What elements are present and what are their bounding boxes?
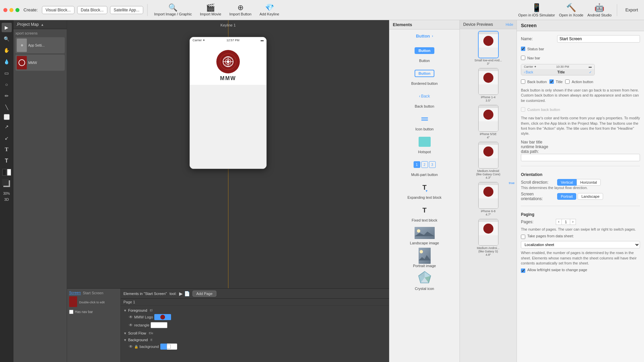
name-input[interactable]: [557, 35, 640, 43]
eye-icon-rect[interactable]: 👁: [129, 323, 133, 327]
scroll-desc: This determines the layout flow directio…: [521, 186, 640, 190]
element-hotspot[interactable]: Hotspot: [392, 135, 457, 154]
device-logo-area-4: [479, 145, 498, 158]
eye-icon-bg[interactable]: 👁: [129, 344, 133, 349]
tool-cursor-plus[interactable]: ↗: [2, 122, 12, 131]
xcode-button[interactable]: 🔨 Open in Xcode: [559, 3, 583, 17]
title-cb[interactable]: [549, 79, 554, 84]
scroll-horizontal-button[interactable]: Horizontal: [577, 179, 601, 186]
scroll-flow-header[interactable]: ▼ Scroll Flow Ele: [123, 330, 386, 336]
add-element-icon[interactable]: 📄: [184, 291, 190, 296]
layer-mmwlogo[interactable]: 👁 MMW Logo: [123, 313, 386, 321]
tool-layers[interactable]: [2, 179, 11, 188]
tool-cursor[interactable]: ▶: [2, 23, 12, 32]
background-name: background: [140, 345, 159, 349]
tool-square-filled[interactable]: [4, 114, 10, 120]
scroll-direction-row: Scroll direction: Vertical Horizontal: [521, 179, 640, 186]
import-button-action[interactable]: ⊕ Import Button: [227, 3, 254, 17]
multi-button-inner: 1 2 3: [414, 161, 436, 168]
custom-back-button-cb[interactable]: [521, 107, 525, 112]
elements-list: Button › Button Button Button Bordered b…: [389, 29, 460, 362]
device-status-bar-6: [479, 219, 498, 222]
window-close[interactable]: [3, 8, 7, 12]
add-keyline-action[interactable]: 💎 Add Keyline: [257, 3, 282, 17]
tool-rectangle[interactable]: ▭: [2, 68, 12, 78]
android-studio-button[interactable]: 🤖 Android Studio: [587, 3, 611, 17]
take-pages-checkbox[interactable]: [521, 235, 525, 239]
layer-rectangle[interactable]: 👁 rectangle: [123, 321, 386, 329]
satellite-app-button[interactable]: Satellite App...: [110, 6, 143, 14]
phone-brand: MMW: [220, 75, 236, 81]
has-nav-bar-checkbox[interactable]: [69, 310, 73, 314]
element-landscape-image[interactable]: Landscape image: [392, 226, 457, 245]
pages-increment[interactable]: ›: [570, 219, 576, 225]
device-medium-android[interactable]: Medium Android(like Galaxy Core)4.3": [462, 142, 515, 179]
scroll-vertical-button[interactable]: Vertical: [557, 179, 577, 186]
foreground-header[interactable]: ▼ Foreground El: [123, 308, 386, 313]
ios-simulator-button[interactable]: 📱 Open in iOS Simulator: [518, 3, 555, 17]
window-minimize[interactable]: [9, 8, 13, 12]
back-button-cb[interactable]: [521, 79, 525, 84]
canvas-content[interactable]: Carrier ✦ 12:57 PM ▬: [67, 30, 389, 288]
screen-item-mmw[interactable]: MMW: [15, 55, 65, 71]
nav-bar-checkbox[interactable]: [521, 56, 525, 60]
portrait-button[interactable]: Portrait: [557, 193, 576, 200]
pages-decrement[interactable]: ‹: [556, 219, 562, 225]
import-movie-action[interactable]: 🎬 Import Movie: [197, 3, 224, 17]
tool-magnify[interactable]: 🔍: [2, 34, 12, 44]
element-bordered-button[interactable]: Button Bordered button: [392, 67, 457, 85]
device-iphone68[interactable]: true iPhone 6-84.7": [462, 182, 515, 216]
import-image-graphic-action[interactable]: 🔍 Import Image / Graphic: [152, 3, 195, 17]
tool-text-sans[interactable]: T: [2, 156, 12, 166]
tool-line[interactable]: ╲: [2, 103, 12, 112]
localization-select[interactable]: Localization sheet: [521, 241, 640, 248]
select-tool-icon[interactable]: ▶: [179, 291, 183, 296]
view-3d[interactable]: 3D: [4, 197, 9, 201]
element-fixed-text[interactable]: T Fixed text block: [392, 203, 457, 222]
element-multi-button[interactable]: 1 2 3 Multi-part button: [392, 158, 457, 177]
right-panel-header: Screen: [517, 20, 644, 31]
tool-hand[interactable]: ✋: [2, 46, 12, 55]
device-small-android[interactable]: Small low-end And...3": [462, 31, 515, 65]
export-button[interactable]: Export: [623, 7, 641, 12]
element-back-button[interactable]: ‹Back Back button: [392, 89, 457, 108]
layer-background[interactable]: 👁 🔒 background: [123, 343, 386, 351]
action-button-cb[interactable]: [565, 79, 570, 84]
element-portrait-image[interactable]: Portrait image: [392, 249, 457, 268]
page-label: Page 1: [121, 299, 389, 306]
landscape-button[interactable]: Landscape: [578, 193, 603, 200]
status-bar-checkbox[interactable]: [521, 47, 525, 51]
export-screens-label[interactable]: xport screens: [15, 31, 65, 35]
screen-tab[interactable]: Screen: [69, 291, 81, 295]
import-movie-label: Import Movie: [200, 12, 221, 16]
visual-block-button[interactable]: Visual Block...: [42, 6, 74, 14]
tool-ellipse[interactable]: ○: [2, 80, 12, 89]
button-group-header[interactable]: Button ›: [392, 32, 457, 40]
device-iphone14[interactable]: iPhone 1-43.5": [462, 68, 515, 102]
element-expanding-text[interactable]: T▾ Expanding text block: [392, 181, 457, 199]
lock-icon-bg[interactable]: 🔒: [134, 345, 138, 349]
window-maximize[interactable]: [15, 8, 19, 12]
tool-text-serif[interactable]: T: [2, 145, 12, 154]
background-header[interactable]: ▼ Background E: [123, 337, 386, 343]
tool-pencil[interactable]: ✏: [2, 91, 12, 101]
screen-item-appsettings[interactable]: ⚙ App Setti...: [15, 37, 65, 53]
device-iphone5se[interactable]: iPhone 5/SE4": [462, 105, 515, 139]
linkage-input[interactable]: [521, 154, 640, 161]
element-button[interactable]: Button Button: [392, 44, 457, 63]
tool-cursor-alt[interactable]: ↙: [2, 133, 12, 143]
allow-swipe-checkbox[interactable]: [521, 268, 525, 273]
hotspot-label: Hotspot: [418, 150, 431, 154]
scroll-flow-group: ▼ Scroll Flow Ele: [121, 330, 389, 337]
hide-previews-button[interactable]: Hide: [505, 22, 513, 26]
element-icon-button[interactable]: Icon button: [392, 112, 457, 131]
add-page-button[interactable]: Add Page: [193, 291, 216, 297]
element-crystal[interactable]: Crystal icon: [392, 272, 457, 291]
tool-color-swatch[interactable]: [2, 168, 12, 177]
eye-icon-mmwlogo[interactable]: 👁: [129, 315, 133, 319]
data-block-button[interactable]: Data Block...: [77, 6, 107, 14]
start-screen-tab[interactable]: Start Screen: [83, 291, 103, 295]
device-small-android-thumb: [478, 31, 498, 58]
tool-droplet[interactable]: 💧: [2, 57, 12, 66]
device-medium-android2[interactable]: Medium Androi...(like Galaxy S)4.8": [462, 219, 515, 256]
